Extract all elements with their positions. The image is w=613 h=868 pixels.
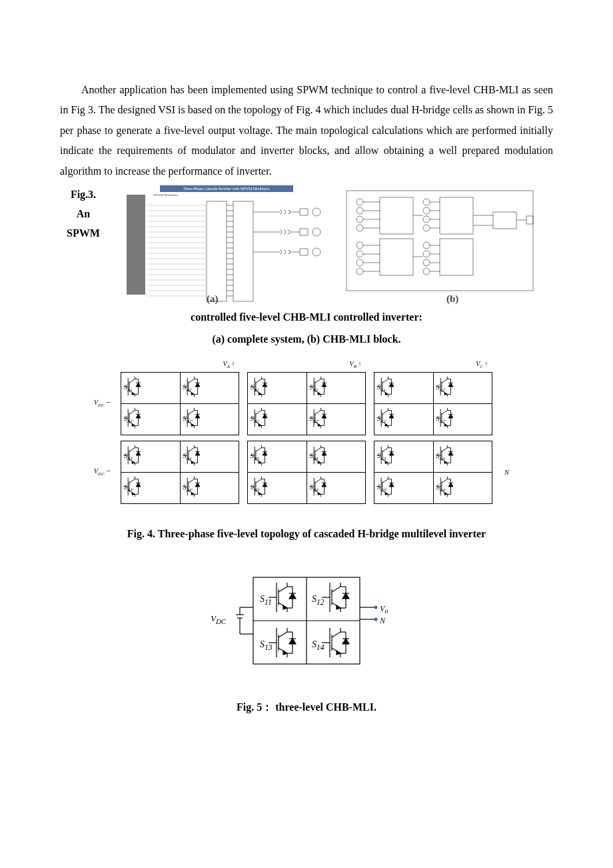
svg-point-62 xyxy=(356,259,363,266)
svg-point-45 xyxy=(312,228,320,236)
svg-line-136 xyxy=(314,379,320,383)
fig3-sublabel-a: (a) xyxy=(207,289,219,305)
svg-rect-55 xyxy=(493,212,516,229)
svg-marker-233 xyxy=(389,414,394,418)
svg-marker-179 xyxy=(132,423,135,426)
fig3-part-b xyxy=(340,185,540,299)
svg-point-60 xyxy=(356,242,363,249)
svg-marker-129 xyxy=(263,383,267,387)
svg-point-70 xyxy=(423,259,430,266)
svg-line-188 xyxy=(188,410,194,414)
fig4-circuit: VA ↑VB ↑VC ↑VDC ╌SA1SA2SB1SB2SC1SC2SA1′S… xyxy=(93,353,520,504)
svg-line-305 xyxy=(382,447,388,451)
svg-line-292 xyxy=(314,447,320,451)
svg-marker-270 xyxy=(191,461,194,463)
svg-line-162 xyxy=(441,379,447,383)
svg-marker-387 xyxy=(385,492,388,495)
figure-3: Fig.3. An SPWM Three-Phase Cascade Inver… xyxy=(60,185,553,305)
svg-marker-101 xyxy=(132,392,135,395)
svg-rect-19 xyxy=(233,201,253,301)
svg-point-61 xyxy=(356,251,363,257)
figure-4: VA ↑VB ↑VC ↑VDC ╌SA1SA2SB1SB2SC1SC2SA1′S… xyxy=(93,353,520,504)
fig5-n-label: N xyxy=(380,613,385,629)
svg-marker-296 xyxy=(318,461,320,463)
svg-marker-348 xyxy=(191,492,194,495)
svg-marker-450 xyxy=(283,651,287,655)
svg-point-56 xyxy=(356,199,363,205)
svg-marker-285 xyxy=(263,451,267,455)
svg-marker-322 xyxy=(444,461,447,463)
svg-marker-116 xyxy=(195,383,200,387)
svg-marker-220 xyxy=(322,414,326,418)
svg-rect-54 xyxy=(440,239,473,275)
paragraph: Another application has been implemented… xyxy=(60,80,553,181)
svg-line-240 xyxy=(441,410,447,414)
svg-line-446 xyxy=(279,632,287,637)
fig3-diagram: Three-Phase Cascade Inverter with SPWM M… xyxy=(127,185,553,305)
svg-marker-181 xyxy=(136,414,141,418)
svg-point-58 xyxy=(356,216,363,223)
fig3-caption-2: (a) complete system, (b) CHB-MLI block. xyxy=(60,330,553,349)
fig3-side-label: Fig.3. An SPWM xyxy=(60,185,113,243)
fig3-sublabel-b: (b) xyxy=(446,289,458,305)
svg-line-357 xyxy=(256,479,262,483)
svg-marker-259 xyxy=(136,451,141,455)
svg-marker-205 xyxy=(259,423,261,426)
svg-point-65 xyxy=(423,207,430,214)
svg-marker-218 xyxy=(318,423,320,426)
svg-marker-426 xyxy=(289,593,296,599)
svg-marker-350 xyxy=(195,483,200,487)
svg-marker-231 xyxy=(385,423,388,426)
svg-marker-153 xyxy=(385,392,388,395)
svg-line-253 xyxy=(129,447,135,451)
svg-marker-298 xyxy=(322,451,326,455)
svg-marker-452 xyxy=(289,639,296,644)
svg-point-470 xyxy=(374,617,378,621)
fig5-vdc-label: VDC xyxy=(211,611,226,628)
svg-marker-465 xyxy=(342,639,349,644)
svg-line-331 xyxy=(129,479,135,483)
fig4-caption: Fig. 4. Three-phase five-level topology … xyxy=(60,524,553,544)
fig3b-schematic xyxy=(340,185,540,299)
fig3-spwm-label: SPWM Modulator xyxy=(153,192,178,199)
fig5-s13-label: S13 xyxy=(260,636,273,655)
svg-marker-207 xyxy=(263,414,267,418)
svg-marker-283 xyxy=(259,461,261,463)
fig3-titlebar: Three-Phase Cascade Inverter with SPWM M… xyxy=(160,185,293,192)
svg-line-110 xyxy=(188,379,194,383)
svg-line-149 xyxy=(382,379,388,383)
fig5-s14-label: S14 xyxy=(312,636,324,655)
fig3-caption-1: controlled five-level CHB-MLI controlled… xyxy=(60,308,553,327)
svg-line-279 xyxy=(256,447,262,451)
svg-point-49 xyxy=(312,248,320,256)
svg-marker-103 xyxy=(136,383,141,387)
svg-marker-244 xyxy=(444,423,447,426)
svg-marker-363 xyxy=(263,483,267,487)
fig5-s11-label: S11 xyxy=(260,591,272,610)
svg-marker-376 xyxy=(322,483,326,487)
svg-marker-324 xyxy=(448,451,453,455)
svg-marker-424 xyxy=(283,605,287,609)
svg-point-71 xyxy=(423,268,430,275)
svg-line-97 xyxy=(129,379,135,383)
svg-rect-53 xyxy=(440,197,473,234)
svg-point-66 xyxy=(423,216,430,223)
svg-marker-374 xyxy=(318,492,320,495)
svg-marker-140 xyxy=(318,392,320,395)
fig3-grey-block xyxy=(127,195,145,295)
svg-line-383 xyxy=(382,479,388,483)
fig3-label-line3: SPWM xyxy=(60,224,113,243)
svg-rect-93 xyxy=(526,216,533,224)
svg-line-459 xyxy=(332,632,340,637)
svg-line-396 xyxy=(441,479,447,483)
svg-marker-114 xyxy=(191,392,194,395)
fig3a-schematic xyxy=(127,192,326,305)
svg-marker-309 xyxy=(385,461,388,463)
fig5-circuit xyxy=(227,571,386,671)
svg-marker-166 xyxy=(444,392,447,395)
svg-marker-311 xyxy=(389,451,394,455)
svg-point-59 xyxy=(356,225,363,231)
svg-line-214 xyxy=(314,410,320,414)
svg-marker-439 xyxy=(342,593,349,599)
fig3-label-line1: Fig.3. xyxy=(60,185,113,205)
